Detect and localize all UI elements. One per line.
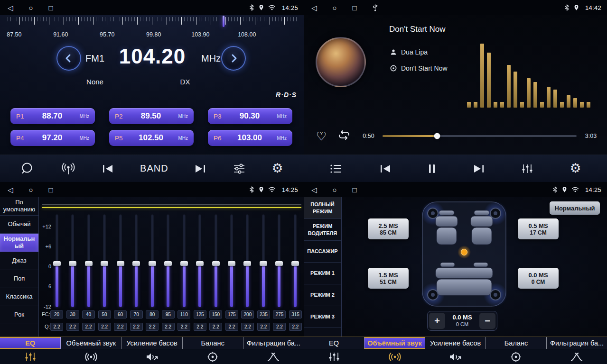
repeat-button[interactable]: [337, 129, 351, 143]
tab-icon-balance[interactable]: [182, 351, 243, 363]
eq-preset-jazz[interactable]: Джаз: [0, 252, 38, 270]
slider-handle[interactable]: [291, 261, 299, 266]
eq-band-slider-60[interactable]: [117, 214, 124, 307]
slider-handle[interactable]: [228, 261, 235, 266]
profile-button[interactable]: Нормальный: [550, 201, 600, 215]
mode-1[interactable]: РЕЖИМ 1: [304, 263, 341, 284]
back-button[interactable]: ◁: [311, 4, 317, 11]
home-button[interactable]: ○: [29, 4, 33, 11]
pause-button[interactable]: [428, 164, 436, 174]
tab-icon-bass[interactable]: [425, 351, 486, 363]
tab-surround[interactable]: Объёмный звук: [61, 337, 121, 349]
q-value[interactable]: 2.2: [177, 323, 190, 331]
fc-value[interactable]: 60: [114, 310, 127, 318]
slider-handle[interactable]: [69, 261, 76, 266]
fc-value[interactable]: 315: [289, 310, 302, 318]
fc-value[interactable]: 70: [130, 310, 143, 318]
eq-band-slider-110[interactable]: [180, 214, 188, 307]
tab-filter[interactable]: Фильтрация ба...: [547, 337, 607, 349]
tab-icon-surround[interactable]: [364, 351, 425, 363]
q-value[interactable]: 2.2: [162, 323, 175, 331]
audio-settings-button[interactable]: [233, 163, 246, 174]
slider-handle[interactable]: [164, 261, 172, 266]
q-value[interactable]: 2.2: [209, 323, 222, 331]
tab-bass-boost[interactable]: Усиление басов: [121, 337, 182, 349]
q-value[interactable]: 2.2: [257, 323, 270, 331]
previous-track-button[interactable]: [379, 164, 392, 174]
eq-preset-default[interactable]: По умолчанию: [0, 197, 38, 216]
tab-filter[interactable]: Фильтрация ба...: [243, 337, 304, 349]
recents-button[interactable]: □: [49, 186, 53, 193]
settings-button[interactable]: ⚙: [271, 162, 283, 175]
eq-preset-pop[interactable]: Поп: [0, 270, 38, 288]
fc-value[interactable]: 110: [177, 310, 190, 318]
delay-front-left[interactable]: 2.5 MS85 CM: [368, 218, 409, 239]
eq-band-slider-315[interactable]: [291, 214, 299, 307]
eq-band-slider-275[interactable]: [275, 214, 283, 307]
preset-button-p3[interactable]: P390.30MHz: [208, 108, 292, 124]
previous-station-button[interactable]: [102, 164, 114, 174]
delay-front-right[interactable]: 0.5 MS17 CM: [518, 218, 559, 239]
slider-handle[interactable]: [212, 261, 220, 266]
decrease-delay-button[interactable]: −: [479, 313, 495, 329]
home-button[interactable]: ○: [333, 186, 337, 193]
slider-handle[interactable]: [260, 261, 267, 266]
eq-preset-classic[interactable]: Классика: [0, 288, 38, 306]
slider-handle[interactable]: [243, 261, 251, 266]
mode-driver[interactable]: РЕЖИМ ВОДИТЕЛЯ: [304, 219, 341, 241]
tab-icon-balance[interactable]: [486, 351, 546, 363]
playlist-button[interactable]: [329, 164, 343, 174]
tab-balance[interactable]: Баланс: [486, 337, 547, 349]
broadcast-button[interactable]: [61, 163, 76, 175]
eq-band-slider-50[interactable]: [101, 214, 108, 307]
fc-value[interactable]: 200: [241, 310, 254, 318]
eq-band-slider-30[interactable]: [69, 214, 76, 307]
q-value[interactable]: 2.2: [273, 323, 286, 331]
band-button[interactable]: BAND: [140, 163, 168, 174]
q-value[interactable]: 2.2: [146, 323, 159, 331]
eq-band-slider-80[interactable]: [149, 214, 156, 307]
equalizer-button[interactable]: [521, 163, 533, 174]
slider-handle[interactable]: [149, 261, 156, 266]
fc-value[interactable]: 20: [50, 310, 63, 318]
next-station-button[interactable]: [194, 164, 206, 174]
next-track-button[interactable]: [473, 164, 485, 174]
slider-handle[interactable]: [53, 261, 61, 266]
fc-value[interactable]: 175: [225, 310, 238, 318]
q-value[interactable]: 2.2: [114, 323, 127, 331]
q-value[interactable]: 2.2: [225, 323, 238, 331]
tab-eq[interactable]: EQ: [304, 337, 364, 349]
q-value[interactable]: 2.2: [82, 323, 95, 331]
q-value[interactable]: 2.2: [194, 323, 206, 331]
preset-button-p5[interactable]: P5102.50MHz: [109, 130, 194, 146]
tab-balance[interactable]: Баланс: [183, 337, 243, 349]
slider-handle[interactable]: [275, 261, 283, 266]
tune-down-button[interactable]: [56, 46, 81, 71]
recents-button[interactable]: □: [353, 186, 357, 193]
eq-band-slider-200[interactable]: [243, 214, 251, 307]
tuning-needle[interactable]: [223, 16, 224, 27]
fc-value[interactable]: 95: [162, 310, 175, 318]
mode-3[interactable]: РЕЖИМ 3: [304, 306, 341, 328]
back-button[interactable]: ◁: [8, 186, 13, 193]
eq-preset-normal[interactable]: Нормальный: [0, 234, 38, 252]
increase-delay-button[interactable]: +: [429, 313, 445, 329]
eq-band-slider-125[interactable]: [196, 214, 204, 307]
slider-handle[interactable]: [196, 261, 204, 266]
tab-icon-bass[interactable]: [121, 351, 182, 363]
eq-band-slider-40[interactable]: [85, 214, 93, 307]
eq-band-slider-150[interactable]: [212, 214, 220, 307]
frequency-scale[interactable]: 87.50 91.60 95.70 99.80 103.90 108.00: [5, 17, 299, 42]
eq-band-slider-20[interactable]: [53, 214, 61, 307]
preset-button-p4[interactable]: P497.20MHz: [10, 130, 95, 146]
tune-up-button[interactable]: [221, 46, 246, 71]
home-button[interactable]: ○: [333, 4, 337, 11]
fc-value[interactable]: 50: [98, 310, 111, 318]
fc-value[interactable]: 235: [257, 310, 270, 318]
fc-value[interactable]: 80: [146, 310, 159, 318]
fc-value[interactable]: 125: [194, 310, 206, 318]
tab-icon-eq[interactable]: [304, 351, 364, 363]
eq-band-slider-70[interactable]: [132, 214, 140, 307]
fc-value[interactable]: 150: [209, 310, 222, 318]
slider-handle[interactable]: [132, 261, 140, 266]
